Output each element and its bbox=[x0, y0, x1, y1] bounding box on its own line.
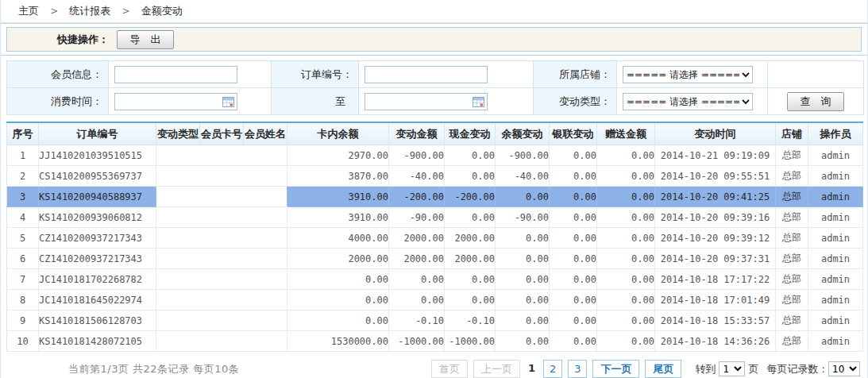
cell: 0.00 bbox=[597, 207, 655, 228]
cell: 0.00 bbox=[445, 269, 496, 290]
pager-controls: 首页 上一页 123 下一页 尾页 转到 1 页 每页记录数 : 10 bbox=[431, 360, 860, 378]
time-start-input[interactable] bbox=[114, 93, 237, 110]
cell: 3910.00 bbox=[287, 207, 389, 228]
cell bbox=[244, 249, 287, 269]
order-no-input[interactable] bbox=[365, 66, 488, 83]
cell: 0.00 bbox=[496, 249, 550, 269]
cell bbox=[156, 331, 200, 352]
cell: admin bbox=[808, 228, 863, 249]
cell bbox=[200, 166, 244, 187]
cell: 0.00 bbox=[597, 228, 655, 249]
cell bbox=[200, 207, 244, 228]
cell: 0.00 bbox=[597, 269, 655, 290]
table-row[interactable]: 5CZ14102009372173434000.002000.002000.00… bbox=[7, 228, 863, 249]
breadcrumb-separator: > bbox=[50, 6, 58, 17]
last-page-button[interactable]: 尾页 bbox=[645, 360, 681, 378]
table-row[interactable]: 10KS14101814280721051530000.00-1000.00-1… bbox=[7, 331, 863, 352]
first-page-button: 首页 bbox=[431, 360, 468, 378]
cell: -90.00 bbox=[496, 207, 550, 228]
table-row[interactable]: 7JC14101817022687820.000.000.000.000.000… bbox=[7, 269, 863, 290]
page-number-3[interactable]: 3 bbox=[568, 360, 587, 378]
cell: 0.00 bbox=[445, 290, 496, 310]
cell: 2000.00 bbox=[445, 228, 496, 249]
breadcrumb: 主页 > 统计报表 > 金额变动 bbox=[1, 0, 867, 23]
cell: 0.00 bbox=[496, 269, 550, 290]
cell: KS1410200939060812 bbox=[39, 207, 156, 228]
table-row[interactable]: 1JJ14102010395105152970.00-900.000.00-90… bbox=[7, 145, 863, 166]
filter-section: 会员信息： 订单编号： 所属店铺： ===== 请选择 ===== 消费时间： bbox=[1, 55, 867, 118]
change-type-select[interactable]: ===== 请选择 ===== bbox=[623, 93, 753, 110]
cell bbox=[156, 249, 200, 269]
cell: 0.00 bbox=[287, 310, 389, 331]
goto-controls: 转到 1 页 每页记录数 : 10 bbox=[695, 361, 860, 376]
cell: 2014-10-18 17:17:22 bbox=[655, 269, 776, 290]
cell bbox=[156, 310, 200, 331]
member-info-input[interactable] bbox=[114, 66, 237, 83]
calendar-icon[interactable] bbox=[473, 96, 484, 107]
cell: 0.00 bbox=[597, 331, 655, 352]
shop-select[interactable]: ===== 请选择 ===== bbox=[623, 66, 753, 83]
cell: 总部 bbox=[776, 269, 808, 290]
page-numbers: 123 bbox=[526, 360, 588, 378]
cell bbox=[156, 290, 200, 310]
table-row[interactable]: 6CZ14102009372173432000.002000.002000.00… bbox=[7, 249, 863, 269]
column-header-3: 会员卡号 bbox=[200, 122, 244, 145]
cell bbox=[156, 187, 200, 207]
time-label: 消费时间： bbox=[7, 88, 109, 115]
cell: 0.00 bbox=[445, 145, 496, 166]
cell bbox=[156, 228, 200, 249]
table-row[interactable]: 8JC14101816450229740.000.000.000.000.000… bbox=[7, 290, 863, 310]
cell: 0.00 bbox=[597, 187, 655, 207]
page-number-2[interactable]: 2 bbox=[543, 360, 562, 378]
column-header-9: 银联变动 bbox=[550, 122, 597, 145]
table-body: 1JJ14102010395105152970.00-900.000.00-90… bbox=[7, 145, 863, 352]
cell: CZ1410200937217343 bbox=[39, 249, 156, 269]
breadcrumb-reports[interactable]: 统计报表 bbox=[69, 5, 110, 17]
table-row[interactable]: 2CS14102009553697373870.00-40.000.00-40.… bbox=[7, 166, 863, 187]
cell: 0.00 bbox=[496, 290, 550, 310]
column-header-0: 序号 bbox=[7, 122, 39, 145]
cell: 10 bbox=[7, 331, 39, 352]
cell: 2014-10-20 09:41:25 bbox=[655, 187, 776, 207]
change-type-label: 变动类型： bbox=[534, 88, 617, 115]
pagination-summary: 当前第1/3页 共22条记录 每页10条 bbox=[6, 362, 239, 376]
cell: admin bbox=[808, 310, 863, 331]
cell: 总部 bbox=[776, 310, 808, 331]
goto-page-select[interactable]: 1 bbox=[719, 361, 745, 376]
cell: -1000.00 bbox=[445, 331, 496, 352]
table-row[interactable]: 4KS14102009390608123910.00-90.000.00-90.… bbox=[7, 207, 863, 228]
cell bbox=[244, 207, 287, 228]
cell: 6 bbox=[7, 249, 39, 269]
cell bbox=[156, 269, 200, 290]
page-size-select[interactable]: 10 bbox=[828, 361, 860, 376]
cell: -0.10 bbox=[389, 310, 445, 331]
cell: -40.00 bbox=[389, 166, 445, 187]
cell bbox=[200, 187, 244, 207]
cell: 0.00 bbox=[550, 269, 597, 290]
cell: 0.00 bbox=[597, 166, 655, 187]
next-page-button[interactable]: 下一页 bbox=[592, 360, 639, 378]
order-no-label: 订单编号： bbox=[272, 61, 359, 88]
export-button[interactable]: 导 出 bbox=[117, 30, 174, 49]
column-header-12: 店铺 bbox=[776, 122, 808, 145]
table-section: 序号订单编号变动类型会员卡号会员姓名卡内余额变动金额现金变动余额变动银联变动赠送… bbox=[1, 118, 867, 352]
cell: KS1410181506128703 bbox=[39, 310, 156, 331]
cell: 2014-10-20 09:55:51 bbox=[655, 166, 776, 187]
cell: 2014-10-18 17:01:49 bbox=[655, 290, 776, 310]
breadcrumb-home[interactable]: 主页 bbox=[18, 5, 39, 17]
table-row[interactable]: 3KS14102009405889373910.00-200.00-200.00… bbox=[7, 187, 863, 207]
cell: 2014-10-18 15:33:57 bbox=[655, 310, 776, 331]
cell: 4 bbox=[7, 207, 39, 228]
cell: JC1410181645022974 bbox=[39, 290, 156, 310]
cell: 0.00 bbox=[496, 228, 550, 249]
cell: 0.00 bbox=[496, 310, 550, 331]
page-number-1: 1 bbox=[526, 360, 538, 378]
cell: 总部 bbox=[776, 331, 808, 352]
pagination-bar: 当前第1/3页 共22条记录 每页10条 首页 上一页 123 下一页 尾页 转… bbox=[1, 352, 867, 378]
page: 主页 > 统计报表 > 金额变动 快捷操作： 导 出 会员信息： 订单编号： 所… bbox=[0, 0, 868, 378]
time-end-input[interactable] bbox=[365, 93, 488, 110]
table-row[interactable]: 9KS14101815061287030.00-0.10-0.100.000.0… bbox=[7, 310, 863, 331]
cell: 9 bbox=[7, 310, 39, 331]
calendar-icon[interactable] bbox=[222, 96, 234, 107]
search-button[interactable]: 查 询 bbox=[787, 92, 844, 111]
